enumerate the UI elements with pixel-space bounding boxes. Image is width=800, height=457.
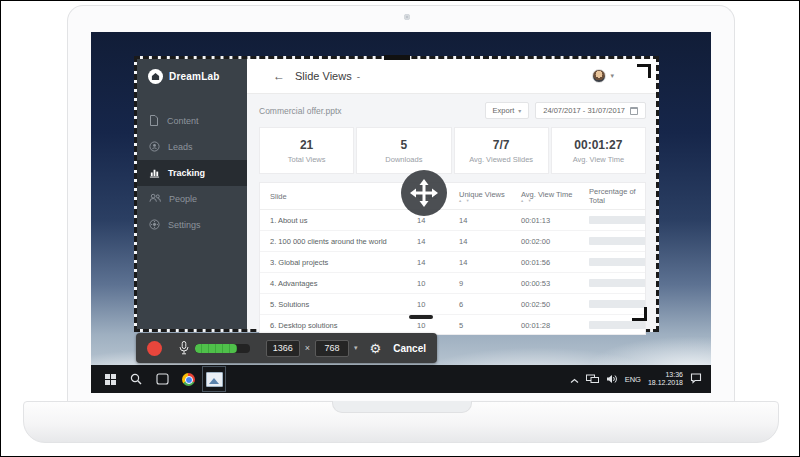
col-percentage[interactable]: Percentage of Total [579,187,645,205]
audio-level-fill [195,344,237,353]
stat-total-views: 21 Total Views [259,127,354,174]
screenshot-frame: DreamLab Content Leads [0,0,800,457]
action-center-icon[interactable] [690,370,702,388]
percentage-bar [589,237,646,245]
windows-logo-icon [105,374,116,385]
person-circle-icon [149,141,160,154]
cancel-button[interactable]: Cancel [393,343,426,354]
resize-handle-top-right[interactable] [637,64,651,78]
move-handle[interactable] [401,170,447,216]
export-button[interactable]: Export ▾ [485,102,530,119]
resize-handle-top-center[interactable] [384,55,410,60]
recorder-toolbar: 1366 × 768 ▾ ⚙ Cancel [136,333,437,363]
sort-arrows-icon: ▴ ▾ [521,199,579,202]
microphone-icon[interactable] [179,341,189,355]
sidebar-item-settings[interactable]: Settings [137,212,247,238]
col-avg-view-time[interactable]: Avg. View Time▴ ▾ [511,190,579,202]
col-unique-views[interactable]: Unique Views▴ ▾ [449,190,511,202]
move-arrows-icon [409,178,439,208]
capture-height-input[interactable]: 768 [315,340,349,357]
title-dropdown-caret[interactable]: - [357,71,360,82]
page-title: Slide Views [295,70,352,82]
avatar-caret-icon[interactable]: ▾ [610,72,614,80]
date-range-picker[interactable]: 24/07/2017 - 31/07/2017 [535,102,646,119]
screen-recorder-app-icon[interactable] [201,365,227,393]
col-slide[interactable]: Slide [260,192,407,201]
laptop-base [23,401,779,443]
sidebar-item-label: Leads [168,142,193,152]
percentage-bar [589,321,646,329]
chevron-down-icon: ▾ [518,107,521,114]
table-row[interactable]: 5. Solutions10 600:02:50 57% [260,294,645,315]
stat-downloads: 5 Downloads [356,127,451,174]
task-view-icon[interactable] [149,365,175,393]
sidebar-item-leads[interactable]: Leads [137,134,247,160]
sidebar-item-label: Content [167,116,199,126]
search-icon[interactable] [123,365,149,393]
language-indicator[interactable]: ENG [625,375,641,384]
document-icon [149,115,159,128]
app-header: ← Slide Views - ▾ [247,59,656,94]
start-button[interactable] [97,365,123,393]
sidebar-item-content[interactable]: Content [137,108,247,134]
user-avatar[interactable] [592,69,606,83]
table-row[interactable]: 4. Advantages10 900:00:53 60% [260,273,645,294]
people-icon [149,193,161,205]
record-button[interactable] [147,341,162,356]
percentage-bar [589,258,646,266]
main-content: Commercial offer.pptx Export ▾ 24/07/201… [247,94,656,329]
brand-name: DreamLab [169,71,220,82]
dimension-separator: × [305,343,310,353]
sidebar: DreamLab Content Leads [137,59,247,329]
laptop-notch [332,401,472,413]
table-row[interactable]: 3. Global projects14 1400:01:56 67% [260,252,645,273]
gear-circle-icon [149,219,160,232]
sidebar-item-people[interactable]: People [137,186,247,212]
webcam-dot [404,14,410,20]
sidebar-item-tracking[interactable]: Tracking [137,160,247,186]
sort-arrows-icon: ▴ ▾ [459,199,511,202]
chrome-icon[interactable] [175,365,201,393]
sidebar-item-label: Settings [168,220,201,230]
laptop-screen: DreamLab Content Leads [91,32,711,393]
stat-avg-viewed-slides: 7/7 Avg. Viewed Slides [454,127,549,174]
gear-icon[interactable]: ⚙ [370,342,382,355]
bar-chart-icon [149,167,160,180]
dreamlab-logo-icon [148,69,163,84]
audio-level-meter [195,344,250,353]
capture-selection[interactable]: DreamLab Content Leads [134,56,659,332]
table-header: Slide Views Unique Views▴ ▾ Avg. View Ti… [260,183,645,210]
network-icon[interactable] [586,370,599,388]
volume-icon[interactable] [606,370,618,388]
back-arrow-icon[interactable]: ← [273,69,285,83]
table-scrollbar-thumb[interactable] [409,315,433,319]
resolution-dropdown-caret[interactable]: ▾ [354,344,358,352]
stats-row: 21 Total Views 5 Downloads 7/7 Avg. View… [259,127,646,174]
resize-handle-bottom-right[interactable] [632,307,647,321]
brand[interactable]: DreamLab [137,59,247,94]
percentage-bar [589,216,646,224]
capture-width-input[interactable]: 1366 [266,340,300,357]
file-name: Commercial offer.pptx [259,106,342,116]
table-row[interactable]: 2. 100 000 clients around the world14 14… [260,231,645,252]
calendar-icon [630,107,638,115]
percentage-bar [589,279,646,287]
sidebar-item-label: Tracking [168,168,205,178]
slides-table: Slide Views Unique Views▴ ▾ Avg. View Ti… [259,182,646,335]
table-row[interactable]: 6. Desktop solutions10 500:01:28 47% [260,315,645,335]
windows-taskbar: ENG 13:36 18.12.2018 [91,365,711,393]
table-row[interactable]: 1. About us14 1400:01:13 67% [260,210,645,231]
sidebar-item-label: People [169,194,197,204]
tray-chevron-up-icon[interactable] [570,370,579,388]
stat-avg-view-time: 00:01:27 Avg. View Time [551,127,646,174]
taskbar-clock[interactable]: 13:36 18.12.2018 [648,371,683,388]
